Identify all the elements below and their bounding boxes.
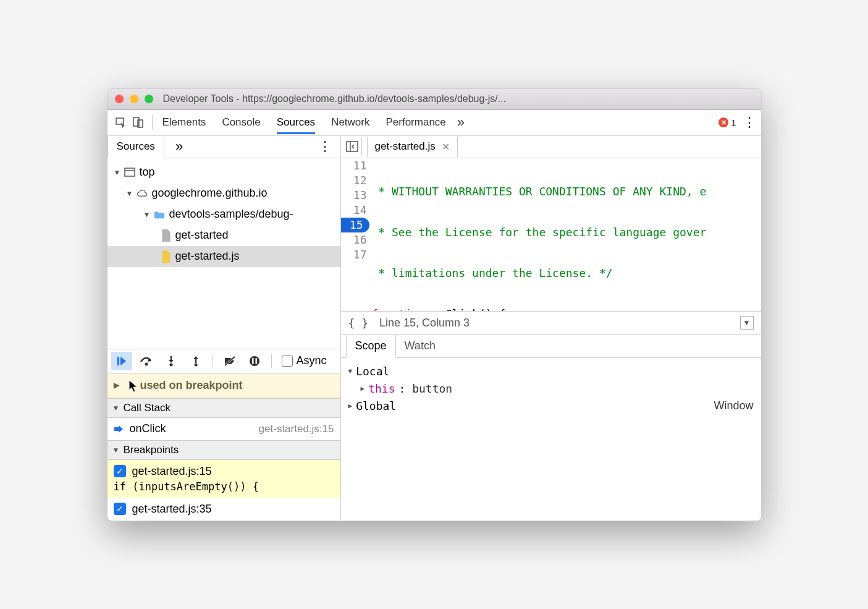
svg-rect-15 <box>255 358 257 364</box>
inspect-element-icon[interactable] <box>112 114 130 131</box>
debugger-toolbar: Async <box>107 349 340 373</box>
cursor-position: Line 15, Column 3 <box>379 317 470 330</box>
tab-elements[interactable]: Elements <box>162 116 206 129</box>
watch-tab[interactable]: Watch <box>396 335 444 357</box>
tab-sources[interactable]: Sources <box>277 116 315 134</box>
breakpoint-checkbox[interactable]: ✓ <box>114 503 126 515</box>
deactivate-breakpoints-button[interactable] <box>219 352 240 370</box>
pause-on-exceptions-button[interactable] <box>244 352 265 370</box>
frame-icon <box>124 166 135 179</box>
device-toggle-icon[interactable] <box>130 114 147 131</box>
scope-local[interactable]: ▼ Local <box>348 363 754 380</box>
call-stack-header[interactable]: ▼ Call Stack <box>107 398 340 418</box>
scope-panel: ▼ Local ▶ this: button ▶ Global Window <box>341 358 761 521</box>
tabs-overflow-icon[interactable]: » <box>457 114 465 130</box>
tree-folder[interactable]: ▼ devtools-samples/debug- <box>107 204 340 225</box>
resume-button[interactable] <box>111 352 132 370</box>
breakpoint-item[interactable]: ✓ get-started.js:15 if (inputsAreEmpty()… <box>107 460 340 498</box>
window-title: Developer Tools - https://googlechrome.g… <box>163 93 507 104</box>
cursor-icon <box>129 380 138 393</box>
navigator-tabs-overflow[interactable]: » <box>175 138 183 155</box>
editor-file-tab[interactable]: get-started.js ✕ <box>367 137 458 158</box>
navigator-menu-icon[interactable]: ⋮ <box>318 138 332 155</box>
svg-rect-14 <box>252 358 254 364</box>
async-checkbox[interactable]: Async <box>282 354 327 367</box>
svg-point-8 <box>169 363 172 366</box>
breakpoint-item[interactable]: ✓ get-started.js:35 <box>107 498 340 521</box>
editor-status-bar: { } Line 15, Column 3 ▼ <box>341 311 761 334</box>
main-toolbar: Elements Console Sources Network Perform… <box>107 110 761 136</box>
document-icon <box>161 229 172 242</box>
scope-global[interactable]: ▶ Global Window <box>348 398 754 415</box>
tree-file-js[interactable]: get-started.js <box>107 246 340 267</box>
breakpoints-header[interactable]: ▼ Breakpoints <box>107 440 340 460</box>
error-icon: ✕ <box>718 117 728 127</box>
call-stack-frame[interactable]: onClick get-started.js:15 <box>107 418 340 440</box>
tab-performance[interactable]: Performance <box>386 116 445 129</box>
titlebar[interactable]: Developer Tools - https://googlechrome.g… <box>107 89 761 110</box>
error-count-badge[interactable]: ✕ 1 <box>718 117 736 128</box>
step-over-button[interactable] <box>136 352 157 370</box>
folder-icon <box>154 208 165 221</box>
close-tab-icon[interactable]: ✕ <box>442 141 450 153</box>
tree-domain[interactable]: ▼ googlechrome.github.io <box>107 183 340 204</box>
line-gutter[interactable]: 11 12 13 14 15 16 17 <box>341 158 372 311</box>
svg-rect-0 <box>116 118 124 124</box>
svg-point-13 <box>250 356 259 366</box>
toggle-drawer-icon[interactable]: ▼ <box>740 316 754 330</box>
step-out-button[interactable] <box>185 352 206 370</box>
breakpoint-checkbox[interactable]: ✓ <box>114 465 126 477</box>
tree-top[interactable]: ▼ top <box>107 162 340 183</box>
svg-point-6 <box>145 362 148 365</box>
file-tree: ▼ top ▼ googlechrome.github.io ▼ devtool… <box>107 158 340 349</box>
scope-tab[interactable]: Scope <box>346 335 396 358</box>
svg-rect-3 <box>125 168 135 176</box>
minimize-window-button[interactable] <box>130 95 138 103</box>
left-pane: Sources » ⋮ ▼ top ▼ googlechrome.github.… <box>107 136 341 521</box>
current-frame-icon <box>114 425 124 433</box>
settings-menu-icon[interactable]: ⋮ <box>743 114 756 130</box>
maximize-window-button[interactable] <box>145 95 153 103</box>
tree-file-html[interactable]: get-started <box>107 225 340 246</box>
step-into-button[interactable] <box>161 352 182 370</box>
paused-banner: ▶ used on breakpoint <box>107 373 340 398</box>
svg-rect-5 <box>117 357 119 365</box>
script-icon <box>161 250 172 263</box>
pretty-print-button[interactable]: { } <box>348 317 369 330</box>
devtools-window: Developer Tools - https://googlechrome.g… <box>107 88 762 521</box>
navigator-tab-sources[interactable]: Sources <box>107 136 164 158</box>
close-window-button[interactable] <box>115 95 124 103</box>
tab-console[interactable]: Console <box>222 116 260 129</box>
scope-this[interactable]: ▶ this: button <box>348 380 754 398</box>
svg-point-10 <box>194 363 197 366</box>
toggle-navigator-icon[interactable] <box>343 137 362 156</box>
code-editor[interactable]: 11 12 13 14 15 16 17 * WITHOUT WARRANTIE… <box>341 158 761 311</box>
right-pane: get-started.js ✕ 11 12 13 14 15 16 17 * … <box>341 136 761 521</box>
cloud-icon <box>137 187 148 200</box>
tab-network[interactable]: Network <box>331 116 369 129</box>
